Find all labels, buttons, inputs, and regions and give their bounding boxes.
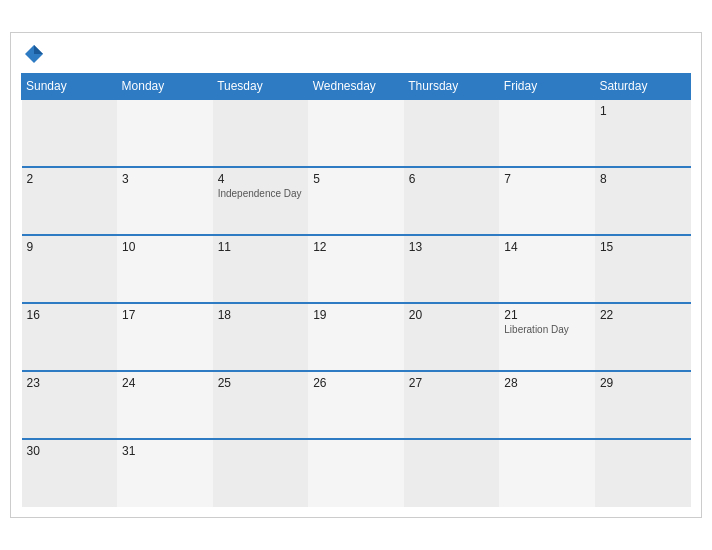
calendar-cell: 27	[404, 371, 500, 439]
day-number: 3	[122, 172, 208, 186]
day-number: 12	[313, 240, 399, 254]
day-number: 4	[218, 172, 304, 186]
calendar-cell	[22, 99, 118, 167]
weekday-header-tuesday: Tuesday	[213, 74, 309, 100]
day-number: 23	[27, 376, 113, 390]
calendar-cell: 29	[595, 371, 691, 439]
weekday-header-monday: Monday	[117, 74, 213, 100]
calendar-cell	[308, 439, 404, 507]
day-number: 17	[122, 308, 208, 322]
calendar-cell: 8	[595, 167, 691, 235]
calendar-cell	[404, 99, 500, 167]
day-number: 25	[218, 376, 304, 390]
calendar-cell: 14	[499, 235, 595, 303]
calendar-cell: 20	[404, 303, 500, 371]
day-number: 14	[504, 240, 590, 254]
day-number: 27	[409, 376, 495, 390]
svg-marker-1	[34, 45, 43, 54]
brand-logo-area	[21, 43, 45, 65]
event-label: Liberation Day	[504, 324, 590, 335]
calendar-cell	[404, 439, 500, 507]
calendar-cell: 5	[308, 167, 404, 235]
day-number: 10	[122, 240, 208, 254]
calendar-container: SundayMondayTuesdayWednesdayThursdayFrid…	[10, 32, 702, 518]
calendar-cell: 17	[117, 303, 213, 371]
calendar-cell: 23	[22, 371, 118, 439]
calendar-cell: 24	[117, 371, 213, 439]
weekday-header-friday: Friday	[499, 74, 595, 100]
calendar-cell: 13	[404, 235, 500, 303]
day-number: 22	[600, 308, 686, 322]
day-number: 1	[600, 104, 686, 118]
calendar-week-row: 23242526272829	[22, 371, 691, 439]
weekday-header-wednesday: Wednesday	[308, 74, 404, 100]
day-number: 18	[218, 308, 304, 322]
calendar-cell	[499, 99, 595, 167]
calendar-cell	[595, 439, 691, 507]
brand-flag-icon	[23, 43, 45, 65]
calendar-week-row: 3031	[22, 439, 691, 507]
day-number: 7	[504, 172, 590, 186]
calendar-cell: 4Independence Day	[213, 167, 309, 235]
calendar-cell	[117, 99, 213, 167]
calendar-week-row: 9101112131415	[22, 235, 691, 303]
calendar-week-row: 161718192021Liberation Day22	[22, 303, 691, 371]
day-number: 24	[122, 376, 208, 390]
calendar-cell: 19	[308, 303, 404, 371]
calendar-cell	[308, 99, 404, 167]
event-label: Independence Day	[218, 188, 304, 199]
day-number: 16	[27, 308, 113, 322]
calendar-cell	[499, 439, 595, 507]
calendar-cell: 2	[22, 167, 118, 235]
calendar-table: SundayMondayTuesdayWednesdayThursdayFrid…	[21, 73, 691, 507]
calendar-cell: 16	[22, 303, 118, 371]
day-number: 26	[313, 376, 399, 390]
calendar-cell: 7	[499, 167, 595, 235]
calendar-cell	[213, 439, 309, 507]
calendar-cell	[213, 99, 309, 167]
day-number: 19	[313, 308, 399, 322]
calendar-cell: 28	[499, 371, 595, 439]
calendar-cell: 26	[308, 371, 404, 439]
weekday-header-row: SundayMondayTuesdayWednesdayThursdayFrid…	[22, 74, 691, 100]
calendar-cell: 6	[404, 167, 500, 235]
calendar-cell: 31	[117, 439, 213, 507]
day-number: 5	[313, 172, 399, 186]
day-number: 9	[27, 240, 113, 254]
day-number: 29	[600, 376, 686, 390]
day-number: 8	[600, 172, 686, 186]
calendar-cell: 12	[308, 235, 404, 303]
calendar-cell: 1	[595, 99, 691, 167]
weekday-header-thursday: Thursday	[404, 74, 500, 100]
day-number: 2	[27, 172, 113, 186]
day-number: 31	[122, 444, 208, 458]
calendar-cell: 22	[595, 303, 691, 371]
day-number: 30	[27, 444, 113, 458]
weekday-header-saturday: Saturday	[595, 74, 691, 100]
day-number: 20	[409, 308, 495, 322]
day-number: 6	[409, 172, 495, 186]
day-number: 11	[218, 240, 304, 254]
weekday-header-sunday: Sunday	[22, 74, 118, 100]
calendar-cell: 3	[117, 167, 213, 235]
day-number: 15	[600, 240, 686, 254]
calendar-header	[21, 43, 691, 65]
day-number: 21	[504, 308, 590, 322]
calendar-cell: 15	[595, 235, 691, 303]
calendar-cell: 11	[213, 235, 309, 303]
calendar-week-row: 1	[22, 99, 691, 167]
calendar-cell: 18	[213, 303, 309, 371]
calendar-cell: 21Liberation Day	[499, 303, 595, 371]
calendar-cell: 10	[117, 235, 213, 303]
day-number: 13	[409, 240, 495, 254]
calendar-cell: 25	[213, 371, 309, 439]
calendar-cell: 9	[22, 235, 118, 303]
calendar-cell: 30	[22, 439, 118, 507]
calendar-week-row: 234Independence Day5678	[22, 167, 691, 235]
day-number: 28	[504, 376, 590, 390]
